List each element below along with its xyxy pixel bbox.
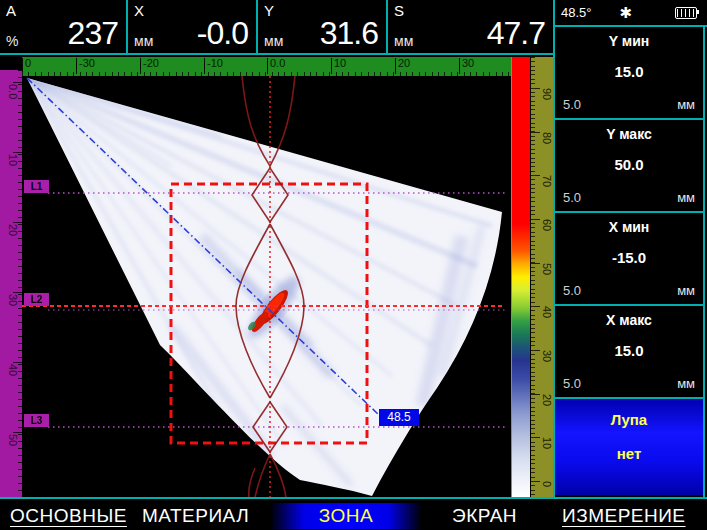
y-tick-label: 0.0	[7, 84, 18, 99]
param-value: 15.0	[555, 342, 703, 359]
battery-level	[677, 9, 695, 17]
amp-minor-ticks	[531, 57, 535, 497]
param-title: X мин	[555, 219, 703, 235]
gate-tag-l1: L1	[24, 180, 49, 193]
amp-tick-label: 60	[541, 219, 552, 231]
param-value: 15.0	[555, 63, 703, 80]
main-menu: ОСНОВНЫЕ МАТЕРИАЛ ЗОНА ЭКРАН ИЗМЕРЕНИЕ	[0, 497, 707, 530]
y-tick-label: 10	[7, 154, 18, 166]
gate-tag-l2: L2	[24, 293, 49, 306]
flaw-detector-screen: A % 237 X мм -0.0 Y мм 31.6 S мм 47.7 48…	[0, 0, 707, 530]
readout-value: 31.6	[320, 15, 378, 52]
y-axis-ruler: 0.0 10 20 30 40 50	[0, 70, 22, 497]
amplitude-colorbar	[511, 57, 530, 497]
param-step: 5.0	[563, 190, 581, 205]
readout-unit: мм	[394, 33, 413, 49]
readout-unit: мм	[134, 33, 153, 49]
readout-unit: мм	[264, 33, 283, 49]
menu-item-material[interactable]: МАТЕРИАЛ	[142, 503, 249, 529]
readout-value: 237	[68, 15, 118, 52]
param-unit: мм	[677, 283, 695, 298]
param-unit: мм	[677, 97, 695, 112]
amp-tick-label: 80	[541, 132, 552, 144]
measurement-bar: A % 237 X мм -0.0 Y мм 31.6 S мм 47.7	[0, 0, 553, 55]
param-value: -15.0	[555, 249, 703, 266]
amp-tick-label: 10	[541, 437, 552, 449]
param-value: 50.0	[555, 156, 703, 173]
probe-angle-readout: 48.5°	[561, 5, 592, 20]
battery-icon	[675, 7, 697, 19]
readout-unit: %	[6, 33, 18, 49]
readout-label: X	[134, 2, 144, 19]
amp-tick-label: 90	[541, 88, 552, 100]
param-y-max[interactable]: Y макс 50.0 5.0 мм	[555, 120, 703, 213]
gate-tag-l3: L3	[24, 414, 49, 427]
amp-tick-label: 20	[541, 394, 552, 406]
menu-item-zona[interactable]: ЗОНА	[270, 503, 422, 529]
sector-scan-view: L1 L2 L3 48.5	[22, 76, 511, 497]
param-magnifier[interactable]: Лупа нет	[555, 399, 703, 495]
menu-item-izmerenie[interactable]: ИЗМЕРЕНИЕ	[562, 503, 686, 529]
param-y-min[interactable]: Y мин 15.0 5.0 мм	[555, 27, 703, 120]
menu-item-osnovnye[interactable]: ОСНОВНЫЕ	[10, 503, 127, 529]
param-x-max[interactable]: X макс 15.0 5.0 мм	[555, 306, 703, 399]
readout-x: X мм -0.0	[128, 0, 258, 53]
readout-value: 47.7	[487, 15, 545, 52]
amplitude-ruler: 90 80 70 60 50 40 30 20 10 0	[531, 57, 553, 497]
angle-cursor-label: 48.5	[379, 409, 419, 426]
y-tick-label: 20	[7, 224, 18, 236]
y-tick-label: 40	[7, 364, 18, 376]
asterisk-icon: ✱	[620, 4, 633, 22]
readout-label: Y	[264, 2, 274, 19]
y-tick-label: 50	[7, 434, 18, 446]
param-step: 5.0	[563, 283, 581, 298]
param-title: X макс	[555, 312, 703, 328]
y-tick-label: 30	[7, 294, 18, 306]
magnifier-title: Лупа	[555, 411, 703, 428]
amp-tick-label: 0	[541, 481, 552, 487]
param-step: 5.0	[563, 376, 581, 391]
readout-amplitude: A % 237	[0, 0, 128, 53]
x-axis-ruler: 0 -30 -20 -10 0.0 10 20 30	[22, 57, 511, 78]
readout-value: -0.0	[197, 15, 248, 52]
readout-soundpath: S мм 47.7	[388, 0, 553, 53]
param-x-min[interactable]: X мин -15.0 5.0 мм	[555, 213, 703, 306]
amp-tick-label: 40	[541, 306, 552, 318]
param-unit: мм	[677, 190, 695, 205]
magnifier-value: нет	[555, 445, 703, 462]
param-title: Y макс	[555, 126, 703, 142]
amp-tick-label: 70	[541, 175, 552, 187]
readout-label: A	[6, 2, 16, 19]
status-cell: 48.5° ✱	[553, 0, 707, 27]
amp-tick-label: 30	[541, 350, 552, 362]
amp-tick-label: 50	[541, 263, 552, 275]
param-unit: мм	[677, 376, 695, 391]
readout-label: S	[394, 2, 404, 19]
param-title: Y мин	[555, 33, 703, 49]
menu-item-ekran[interactable]: ЭКРАН	[452, 503, 517, 529]
parameter-sidebar: Y мин 15.0 5.0 мм Y макс 50.0 5.0 мм X м…	[553, 27, 705, 497]
sector-scan-image	[22, 76, 511, 497]
readout-y: Y мм 31.6	[258, 0, 388, 53]
param-step: 5.0	[563, 97, 581, 112]
